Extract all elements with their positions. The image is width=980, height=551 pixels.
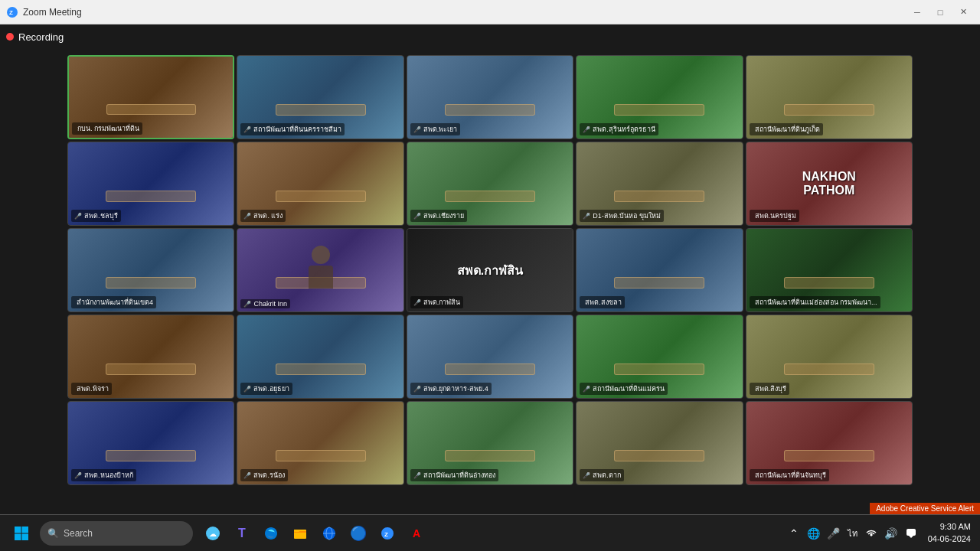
video-label-9: 🎤 D1-สพด.บ้นหอ ขุมใหม่ [580,210,664,222]
video-label-6: 🎤 สพด.ชลบุรี [71,210,121,222]
video-tile-25[interactable]: สถานีพัฒนาที่ดินจันทบุรี [746,401,913,485]
start-button[interactable] [6,520,37,547]
video-label-24: 🎤 สพด.ตาก [580,469,624,481]
taskbar-search[interactable]: 🔍 Search [40,521,193,546]
video-label-3: 🎤 สพด.พะเยา [410,123,461,135]
chevron-up-icon[interactable]: ⌃ [785,524,803,543]
widgets-icon: ☁ [205,526,220,541]
video-tile-22[interactable]: 🎤 สพด.รน้อง [237,401,403,485]
taskbar-app-explorer[interactable] [286,520,314,547]
room-decoration-16 [81,353,220,386]
video-tile-8[interactable]: 🎤 สพด.เชียงราย [407,142,573,226]
taskbar-app-teams[interactable]: T [228,520,256,547]
video-tile-21[interactable]: 🎤 สพด.หนองป้าหก้ [67,401,234,485]
wifi-signal-icon [865,527,877,540]
video-tile-7[interactable]: 🎤 สพด. แร่ง [237,142,403,226]
taskbar-right: ⌃ 🌐 🎤 ไท 🔊 9:30 AM 04-06-2024 [785,521,974,545]
mic-icon-18: 🎤 [413,386,421,393]
minimize-button[interactable]: ─ [906,5,928,20]
microphone-icon[interactable]: 🎤 [825,524,843,543]
maximize-button[interactable]: □ [929,5,951,20]
room-decoration-4 [590,93,730,126]
taskbar-app-browser[interactable] [315,520,343,547]
participant-name-12: Chakrit Inn [253,300,287,308]
mic-icon-24: 🎤 [583,472,590,479]
video-tile-1[interactable]: กบน. กรมพัฒนาที่ดิน [67,55,234,139]
participant-name-21: สพด.หนองป้าหก้ [84,470,133,481]
video-tile-24[interactable]: 🎤 สพด.ตาก [576,401,743,485]
taskbar-apps: ☁ T 🔵 [199,520,430,547]
video-tile-15[interactable]: สถานีพัฒนาที่ดินแม่ฮ่องสอน กรมพัฒนา... [746,228,913,312]
clock[interactable]: 9:30 AM 04-06-2024 [925,521,974,545]
close-button[interactable]: ✕ [952,5,974,20]
participant-name-25: สถานีพัฒนาที่ดินจันทบุรี [755,470,826,481]
room-decoration-3 [420,93,560,126]
room-decoration-2 [251,93,390,126]
zoom-taskbar-icon: Z [380,526,395,541]
taskbar-app-adobe[interactable]: A [403,520,430,547]
clock-time: 9:30 AM [940,521,971,533]
room-decoration-15 [760,266,899,299]
participant-name-17: สพด.อยุธยา [253,383,289,394]
video-label-25: สถานีพัฒนาที่ดินจันทบุรี [750,469,829,481]
video-grid: กบน. กรมพัฒนาที่ดิน 🎤 สถานีพัฒนาที่ดินนค… [61,52,919,488]
table-9 [614,191,704,202]
video-tile-3[interactable]: 🎤 สพด.พะเยา [407,55,573,139]
video-tile-11[interactable]: สำนักงานพัฒนาที่ดินเขต4 [67,228,234,312]
video-tile-20[interactable]: สพด.สิงบุรี [746,315,913,399]
mic-icon-21: 🎤 [74,472,82,479]
mic-icon-19: 🎤 [583,386,590,393]
participant-name-20: สพด.สิงบุรี [755,383,787,394]
video-tile-9[interactable]: 🎤 D1-สพด.บ้นหอ ขุมใหม่ [576,142,743,226]
room-decoration-21 [81,439,220,472]
room-decoration-17 [251,353,390,386]
video-label-15: สถานีพัฒนาที่ดินแม่ฮ่องสอน กรมพัฒนา... [750,296,880,308]
video-text-label-10: NAKHON PATHOM [788,170,871,197]
video-label-8: 🎤 สพด.เชียงราย [410,210,468,222]
svg-rect-3 [22,527,29,533]
taskbar-app-zoom[interactable]: Z [374,520,401,547]
video-label-11: สำนักงานพัฒนาที่ดินเขต4 [71,296,156,308]
participant-name-14: สพด.สงขลา [585,297,622,308]
video-tile-6[interactable]: 🎤 สพด.ชลบุรี [67,142,234,226]
video-tile-2[interactable]: 🎤 สถานีพัฒนาที่ดินนครราชสีมา [237,55,403,139]
room-decoration-1 [82,93,220,126]
participant-name-8: สพด.เชียงราย [423,210,465,221]
video-label-19: 🎤 สถานีพัฒนาที่ดินแม่ครน [580,383,668,395]
room-decoration-19 [590,353,730,386]
video-tile-18[interactable]: 🎤 สพด.ยุกดาหาร-สพย.4 [407,315,573,399]
taskbar-app-app1[interactable]: 🔵 [345,520,372,547]
mic-icon-3: 🎤 [413,126,421,133]
table-24 [614,450,704,461]
svg-text:Z: Z [384,531,388,538]
zoom-icon: Z [6,6,18,18]
video-tile-16[interactable]: สพด.พิจรา [67,315,234,399]
video-tile-19[interactable]: 🎤 สถานีพัฒนาที่ดินแม่ครน [576,315,743,399]
video-tile-5[interactable]: สถานีพัฒนาที่ดินภูเก็ต [746,55,913,139]
video-tile-17[interactable]: 🎤 สพด.อยุธยา [237,315,403,399]
video-tile-4[interactable]: 🎤 สพด.สุรินทร์อุดรธานี [576,55,743,139]
room-decoration-11 [81,266,220,299]
wifi-icon[interactable] [862,524,880,543]
participant-name-10: สพด.นครปฐม [755,210,797,221]
room-decoration-6 [81,180,220,213]
video-tile-13[interactable]: สพด.กาฬสิน 🎤 สพด.กาฬสิน [407,228,573,312]
mic-icon-8: 🎤 [413,213,421,220]
notification-icon[interactable] [902,524,920,543]
table-3 [445,104,535,116]
video-label-17: 🎤 สพด.อยุธยา [240,383,292,395]
table-6 [106,191,196,202]
person-12 [296,246,345,295]
mic-icon-9: 🎤 [583,213,590,220]
taskbar-app-edge[interactable] [257,520,285,547]
video-tile-12[interactable]: 🎤 Chakrit Inn [237,228,403,312]
video-tile-10[interactable]: NAKHON PATHOM สพด.นครปฐม [746,142,913,226]
mic-icon-7: 🎤 [243,213,251,220]
edge-icon [263,526,279,541]
video-tile-14[interactable]: สพด.สงขลา [576,228,743,312]
svg-rect-9 [294,530,299,532]
video-tile-23[interactable]: 🎤 สถานีพัฒนาที่ดินอ่างทอง [407,401,573,485]
volume-icon[interactable]: 🔊 [882,524,900,543]
taskbar-app-widgets[interactable]: ☁ [199,520,227,547]
network-icon[interactable]: 🌐 [805,524,823,543]
